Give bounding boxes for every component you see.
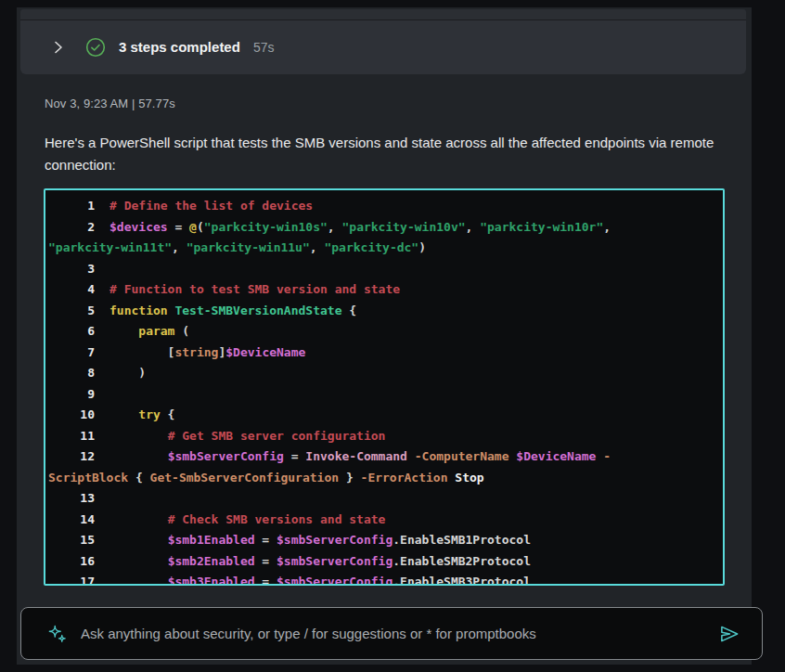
code-line: 11 # Get SMB server configuration	[48, 426, 717, 447]
code-line: 15 $smb1Enabled = $smbServerConfig.Enabl…	[48, 530, 717, 551]
code-line: 8 )	[48, 363, 717, 384]
content-panel: 3 steps completed 57s Nov 3, 9:23 AM | 5…	[17, 7, 752, 665]
message-timestamp: Nov 3, 9:23 AM | 57.77s	[45, 97, 175, 110]
prompt-input[interactable]	[81, 626, 706, 641]
code-line: ScriptBlock { Get-SmbServerConfiguration…	[48, 468, 717, 489]
steps-duration: 57s	[253, 40, 275, 55]
code-line: "parkcity-win11t", "parkcity-win11u", "p…	[48, 238, 717, 259]
code-line: 1# Define the list of devices	[48, 196, 717, 217]
send-icon	[717, 622, 741, 646]
code-line: 12 $smbServerConfig = Invoke-Command -Co…	[48, 446, 717, 468]
code-line: 5function Test-SMBVersionAndState {	[48, 301, 717, 322]
code-line: 7 [string]$DeviceName	[48, 342, 717, 364]
code-line: 9	[48, 384, 717, 406]
code-line: 10 try {	[48, 405, 717, 426]
prompt-bar	[20, 607, 763, 660]
code-line: 4# Function to test SMB version and stat…	[48, 279, 717, 301]
prompts-button[interactable]	[47, 624, 68, 644]
code-line: 16 $smb2Enabled = $smbServerConfig.Enabl…	[48, 551, 717, 573]
code-line: 13	[48, 488, 717, 510]
code-line: 17 $smb3Enabled = $smbServerConfig.Enabl…	[48, 572, 717, 586]
code-block[interactable]: 1# Define the list of devices2$devices =…	[44, 188, 725, 586]
steps-summary-row: 3 steps completed 57s	[20, 20, 746, 73]
send-button[interactable]	[717, 622, 741, 646]
status-completed-icon	[85, 37, 106, 58]
chevron-right-icon	[51, 40, 66, 55]
card-top-divider	[20, 9, 746, 20]
assistant-message-text: Here's a PowerShell script that tests th…	[45, 132, 739, 176]
code-lines: 1# Define the list of devices2$devices =…	[48, 196, 717, 586]
code-line: 6 param (	[48, 321, 717, 342]
code-line: 14 # Check SMB versions and state	[48, 510, 717, 531]
steps-completed-label: 3 steps completed	[119, 39, 240, 55]
code-line: 2$devices = @("parkcity-win10s", "parkci…	[48, 217, 717, 239]
code-line: 3	[48, 259, 717, 280]
copilot-sparkle-icon	[47, 624, 68, 644]
steps-summary-card[interactable]: 3 steps completed 57s	[20, 9, 746, 74]
expand-steps-button[interactable]	[48, 37, 69, 58]
